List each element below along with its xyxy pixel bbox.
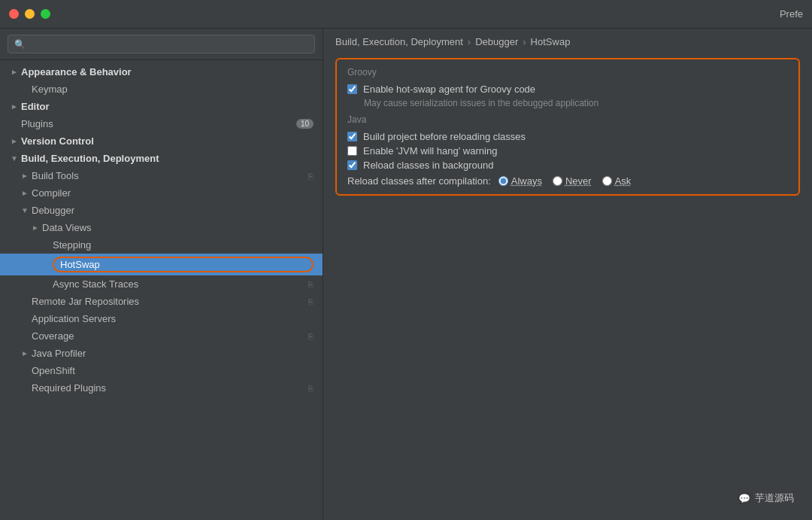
watermark-text: 芋道源码 (755, 491, 794, 505)
sidebar-item-label: OpenShift (32, 365, 314, 376)
sidebar: 🔍 Appearance & Behavior Keymap Editor (0, 29, 323, 520)
sidebar-item-remote-jar[interactable]: Remote Jar Repositories ⎘ (0, 293, 323, 310)
groovy-hotswap-checkbox[interactable] (347, 84, 357, 94)
breadcrumb-sep: › (523, 36, 526, 47)
sidebar-item-label: Keymap (32, 84, 314, 95)
sidebar-item-label: HotSwap (53, 257, 314, 272)
search-icon: 🔍 (14, 39, 26, 50)
radio-never: Never (553, 175, 592, 187)
titlebar: Prefe (0, 0, 812, 29)
radio-ask-input[interactable] (602, 176, 612, 186)
sidebar-item-plugins[interactable]: Plugins 10 (0, 115, 323, 132)
sidebar-item-version-control[interactable]: Version Control (0, 132, 323, 150)
radio-ask: Ask (602, 175, 632, 187)
arrow-icon (20, 205, 30, 216)
groovy-hotswap-sublabel: May cause serialization issues in the de… (364, 98, 788, 108)
copy-icon: ⎘ (308, 280, 314, 289)
close-button[interactable] (9, 9, 19, 19)
sidebar-item-coverage[interactable]: Coverage ⎘ (0, 327, 323, 345)
copy-icon: ⎘ (308, 297, 314, 306)
arrow-icon (20, 348, 30, 359)
java-section-label: Java (347, 114, 788, 125)
plugins-badge: 10 (296, 119, 314, 129)
breadcrumb-part-1: Build, Execution, Deployment (335, 36, 463, 47)
breadcrumb-part-2: Debugger (475, 36, 518, 47)
groovy-hotswap-label: Enable hot-swap agent for Groovy code (363, 84, 535, 95)
copy-icon: ⎘ (308, 332, 314, 341)
groovy-checkbox-1-row: Enable hot-swap agent for Groovy code (347, 84, 788, 95)
settings-highlight-box: Groovy Enable hot-swap agent for Groovy … (335, 58, 800, 196)
sidebar-item-debugger[interactable]: Debugger (0, 202, 323, 219)
watermark: 💬 芋道源码 (732, 488, 800, 508)
radio-never-label[interactable]: Never (565, 175, 592, 187)
reload-after-compilation-row: Reload classes after compilation: Always… (347, 175, 788, 187)
sidebar-item-label: Remote Jar Repositories (32, 296, 305, 307)
sidebar-item-label: Coverage (32, 330, 305, 342)
java-build-project-label: Build project before reloading classes (363, 131, 526, 142)
sidebar-item-appearance[interactable]: Appearance & Behavior (0, 63, 323, 81)
arrow-icon (9, 67, 20, 78)
java-jvm-hang-checkbox[interactable] (347, 146, 357, 156)
java-build-project-checkbox[interactable] (347, 132, 357, 141)
groovy-section-label: Groovy (347, 67, 788, 78)
sidebar-item-editor[interactable]: Editor (0, 98, 323, 115)
arrow-icon (9, 102, 20, 112)
java-reload-background-checkbox[interactable] (347, 160, 357, 170)
sidebar-item-build-exec[interactable]: Build, Execution, Deployment (0, 150, 323, 167)
sidebar-item-hotswap[interactable]: HotSwap (0, 254, 323, 275)
sidebar-item-java-profiler[interactable]: Java Profiler (0, 345, 323, 362)
content-body: Groovy Enable hot-swap agent for Groovy … (323, 52, 812, 520)
sidebar-item-required-plugins[interactable]: Required Plugins ⎘ (0, 379, 323, 397)
search-wrap[interactable]: 🔍 (8, 35, 315, 53)
java-checkbox-2-row: Enable 'JVM will hang' warning (347, 145, 788, 157)
sidebar-item-data-views[interactable]: Data Views (0, 219, 323, 236)
java-jvm-hang-label: Enable 'JVM will hang' warning (363, 145, 497, 157)
sidebar-item-label: Debugger (32, 205, 314, 216)
sidebar-item-compiler[interactable]: Compiler (0, 184, 323, 202)
sidebar-item-build-tools[interactable]: Build Tools ⎘ (0, 167, 323, 184)
java-reload-background-label: Reload classes in background (363, 160, 493, 171)
sidebar-item-label: Compiler (32, 187, 314, 199)
breadcrumb-part-3: HotSwap (531, 36, 571, 47)
reload-label: Reload classes after compilation: (347, 175, 491, 187)
radio-ask-label[interactable]: Ask (615, 175, 632, 187)
sidebar-item-label: Version Control (21, 135, 314, 147)
sidebar-item-label: Stepping (53, 239, 314, 251)
window-title: Prefe (780, 8, 803, 20)
sidebar-item-label: Plugins (21, 118, 293, 129)
sidebar-item-stepping[interactable]: Stepping (0, 236, 323, 254)
main-layout: 🔍 Appearance & Behavior Keymap Editor (0, 29, 812, 520)
arrow-icon (20, 171, 30, 181)
minimize-button[interactable] (25, 9, 35, 19)
search-input[interactable] (30, 38, 308, 50)
java-checkbox-1-row: Build project before reloading classes (347, 131, 788, 142)
radio-always: Always (498, 175, 542, 187)
window-controls (9, 9, 50, 19)
copy-icon: ⎘ (308, 172, 314, 181)
sidebar-item-label: Appearance & Behavior (21, 66, 314, 78)
java-checkbox-3-row: Reload classes in background (347, 160, 788, 171)
wechat-icon: 💬 (738, 493, 750, 504)
sidebar-item-label: Build, Execution, Deployment (21, 153, 314, 164)
sidebar-item-label: Java Profiler (32, 348, 314, 359)
arrow-icon (9, 136, 20, 147)
breadcrumb-sep: › (468, 36, 471, 47)
sidebar-item-openshift[interactable]: OpenShift (0, 362, 323, 379)
content-area: Build, Execution, Deployment › Debugger … (323, 29, 812, 520)
sidebar-item-label: Build Tools (32, 170, 305, 181)
sidebar-item-label: Required Plugins (32, 382, 305, 394)
sidebar-item-app-servers[interactable]: Application Servers (0, 310, 323, 327)
arrow-icon (20, 188, 30, 199)
sidebar-item-label: Data Views (42, 222, 314, 233)
radio-always-input[interactable] (498, 176, 508, 186)
sidebar-item-label: Editor (21, 101, 314, 112)
radio-never-input[interactable] (553, 176, 562, 186)
breadcrumb: Build, Execution, Deployment › Debugger … (323, 29, 812, 52)
copy-icon: ⎘ (308, 384, 314, 393)
sidebar-item-async-stack[interactable]: Async Stack Traces ⎘ (0, 275, 323, 293)
sidebar-item-label: Application Servers (32, 313, 314, 324)
maximize-button[interactable] (41, 9, 50, 19)
radio-always-label[interactable]: Always (511, 175, 542, 187)
arrow-icon (30, 223, 41, 233)
sidebar-item-keymap[interactable]: Keymap (0, 81, 323, 98)
